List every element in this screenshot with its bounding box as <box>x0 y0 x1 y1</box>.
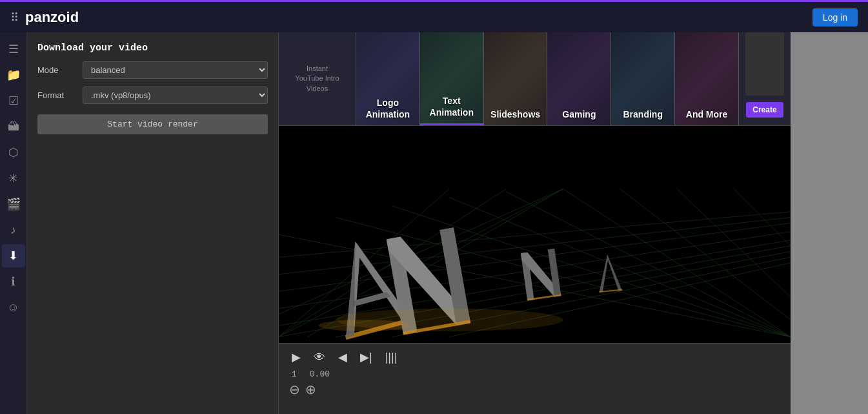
sidebar-icon-star[interactable]: ✳ <box>2 167 25 190</box>
mode-select[interactable]: balanced quality performance <box>83 61 268 79</box>
play-button[interactable]: ▶ <box>289 349 303 366</box>
control-buttons: ▶ 👁 ◀ ▶| |||| <box>289 349 780 366</box>
sidebar-icon-image[interactable]: 🏔 <box>2 115 25 138</box>
waveform-button[interactable]: |||| <box>383 349 400 366</box>
right-gray-panel <box>791 32 868 414</box>
left-panel: Download your video Mode balanced qualit… <box>27 32 279 414</box>
format-select[interactable]: .mkv (vp8/opus) .mp4 (h264/aac) .webm <box>83 87 268 104</box>
sidebar-icon-menu[interactable]: ☰ <box>2 37 25 61</box>
video-preview <box>279 126 791 343</box>
frame-number: 1 <box>292 369 297 379</box>
prev-button[interactable]: ◀ <box>336 349 350 366</box>
playback-controls: ▶ 👁 ◀ ▶| |||| 1 0.00 ⊖ ⊕ <box>279 343 791 414</box>
tab-andmore[interactable]: And More <box>675 32 739 125</box>
tab-branding[interactable]: Branding <box>611 32 675 125</box>
tab-text-label: TextAnimation <box>427 90 476 123</box>
zoom-out-button[interactable]: ⊖ <box>289 383 300 396</box>
canvas-3d <box>279 126 791 343</box>
tab-branding-label: Branding <box>621 103 665 125</box>
tab-text[interactable]: TextAnimation <box>420 32 484 125</box>
tab-gaming-label: Gaming <box>560 103 598 125</box>
grid-icon[interactable]: ⠿ <box>10 10 19 25</box>
nav-tabs: Instant YouTube Intro Videos LogoAnimati… <box>279 32 791 126</box>
format-row: Format .mkv (vp8/opus) .mp4 (h264/aac) .… <box>37 87 268 104</box>
sidebar-icon-video[interactable]: 🎬 <box>2 192 25 216</box>
zoom-controls: ⊖ ⊕ <box>289 383 780 396</box>
tab-logo[interactable]: LogoAnimation <box>356 32 420 125</box>
next-frame-button[interactable]: ▶| <box>358 349 375 366</box>
sidebar-icon-smiley[interactable]: ☺ <box>2 296 25 319</box>
sidebar-icon-cube[interactable]: ⬡ <box>2 141 25 164</box>
intro-text: Instant YouTube Intro Videos <box>295 64 339 94</box>
tab-andmore-label: And More <box>683 103 731 125</box>
tab-gaming[interactable]: Gaming <box>547 32 611 125</box>
tab-slideshows[interactable]: Slideshows <box>484 32 548 125</box>
logo-text: panzoid <box>25 9 79 26</box>
time-value: 0.00 <box>310 369 330 379</box>
time-display: 1 0.00 <box>289 369 780 379</box>
main-layout: ☰ 📁 ☑ 🏔 ⬡ ✳ 🎬 ♪ ⬇ ℹ ☺ Download your vide… <box>0 32 868 414</box>
tab-intro[interactable]: Instant YouTube Intro Videos <box>279 32 356 125</box>
mode-row: Mode balanced quality performance <box>37 61 268 79</box>
sidebar: ☰ 📁 ☑ 🏔 ⬡ ✳ 🎬 ♪ ⬇ ℹ ☺ <box>0 32 27 414</box>
logo-area: ⠿ panzoid <box>10 9 79 26</box>
tab-slideshows-label: Slideshows <box>488 103 543 125</box>
sidebar-icon-file[interactable]: 📁 <box>2 63 25 87</box>
eye-button[interactable]: 👁 <box>311 349 328 366</box>
right-area: Instant YouTube Intro Videos LogoAnimati… <box>279 32 791 414</box>
panel-title: Download your video <box>37 43 268 54</box>
sidebar-icon-info[interactable]: ℹ <box>2 270 25 293</box>
sidebar-icon-download[interactable]: ⬇ <box>2 244 25 267</box>
svg-point-39 <box>319 320 410 331</box>
tab-logo-label: LogoAnimation <box>363 92 412 125</box>
sidebar-icon-check[interactable]: ☑ <box>2 89 25 112</box>
zoom-in-button[interactable]: ⊕ <box>305 383 316 396</box>
nav-create-area: Create <box>739 32 791 125</box>
render-button[interactable]: Start video render <box>37 114 268 134</box>
mode-label: Mode <box>37 65 76 75</box>
create-button[interactable]: Create <box>746 102 783 118</box>
format-label: Format <box>37 90 76 100</box>
sidebar-icon-music[interactable]: ♪ <box>2 218 25 242</box>
topbar: ⠿ panzoid Log in <box>0 0 868 32</box>
placeholder-thumb <box>745 32 784 96</box>
login-button[interactable]: Log in <box>812 8 858 26</box>
video-area: ▶ 👁 ◀ ▶| |||| 1 0.00 ⊖ ⊕ <box>279 126 791 414</box>
